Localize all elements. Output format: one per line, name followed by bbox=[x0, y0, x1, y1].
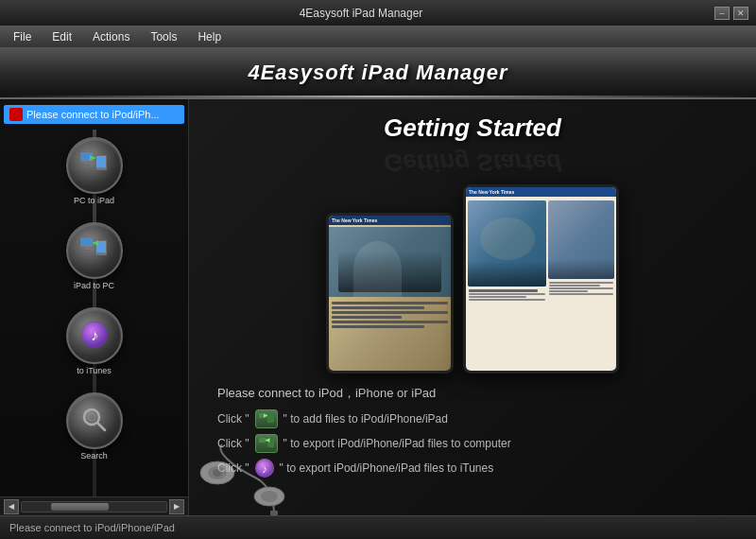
search-btn-icon bbox=[79, 405, 110, 438]
sidebar: Please connect to iPod/iPh... bbox=[0, 99, 189, 515]
app-header: 4Easysoft iPad Manager bbox=[0, 47, 756, 99]
add-files-icon bbox=[255, 409, 278, 428]
menu-file[interactable]: File bbox=[4, 28, 41, 45]
svg-rect-10 bbox=[82, 250, 90, 251]
svg-rect-6 bbox=[100, 170, 102, 171]
ipad-small: The New York Times bbox=[326, 213, 454, 374]
main-area: Please connect to iPod/iPh... bbox=[0, 99, 756, 515]
pc-to-ipad-button[interactable]: PC to iPad bbox=[66, 137, 123, 194]
sidebar-nav: PC to iPad bbox=[0, 130, 188, 496]
connect-message: Please connect to iPod，iPhone or iPad bbox=[217, 385, 728, 402]
svg-rect-2 bbox=[85, 162, 87, 165]
svg-rect-13 bbox=[100, 255, 102, 256]
ipad-large: The New York Times bbox=[463, 184, 619, 374]
pc-to-ipad-icon bbox=[79, 151, 110, 181]
menu-edit[interactable]: Edit bbox=[43, 28, 81, 45]
svg-rect-12 bbox=[96, 241, 106, 252]
getting-started-title: Getting Started bbox=[208, 113, 737, 143]
pc-to-ipad-label: PC to iPad bbox=[74, 196, 114, 205]
ipad-large-screen: The New York Times bbox=[466, 187, 616, 371]
title-bar: 4Easysoft iPad Manager – ✕ bbox=[0, 0, 756, 26]
window-controls: – ✕ bbox=[714, 7, 748, 20]
to-itunes-label: to iTunes bbox=[77, 366, 112, 375]
svg-rect-5 bbox=[96, 156, 106, 167]
ipad-to-pc-label: iPad to PC bbox=[74, 281, 114, 290]
svg-point-17 bbox=[88, 413, 95, 421]
svg-rect-1 bbox=[81, 153, 93, 161]
add-files-text: " to add files to iPod/iPhone/iPad bbox=[284, 412, 448, 426]
device-icon bbox=[9, 108, 23, 121]
ipad-small-header: The New York Times bbox=[329, 216, 451, 225]
device-status-label: Please connect to iPod/iPh... bbox=[4, 105, 184, 124]
svg-rect-8 bbox=[81, 238, 93, 246]
search-container: Search bbox=[66, 392, 123, 449]
scroll-thumb bbox=[51, 503, 109, 511]
status-text: Please connect to iPod/iPhone/iPad bbox=[9, 522, 175, 533]
svg-point-29 bbox=[261, 491, 278, 502]
ipads-illustration: The New York Times bbox=[208, 184, 737, 374]
menu-help[interactable]: Help bbox=[188, 28, 231, 45]
window-title: 4Easysoft iPad Manager bbox=[8, 7, 714, 20]
search-button[interactable]: Search bbox=[66, 392, 123, 449]
app-title: 4Easysoft iPad Manager bbox=[248, 61, 507, 85]
to-itunes-container: ♪ to iTunes bbox=[66, 307, 123, 364]
menu-bar: File Edit Actions Tools Help bbox=[0, 26, 756, 47]
ipad-to-pc-icon bbox=[79, 236, 110, 266]
ipad-to-pc-button[interactable]: iPad to PC bbox=[66, 222, 123, 279]
ipad-small-image bbox=[329, 227, 451, 297]
instruction-add-files: Click " " to add files to iPod/iPhone/iP bbox=[217, 409, 728, 428]
ipad-large-header: The New York Times bbox=[466, 187, 616, 197]
minimize-button[interactable]: – bbox=[714, 7, 730, 20]
pc-to-ipad-container: PC to iPad bbox=[66, 137, 123, 194]
ipad-to-pc-container: iPad to PC bbox=[66, 222, 123, 279]
svg-rect-30 bbox=[270, 511, 278, 515]
scroll-track[interactable] bbox=[21, 501, 167, 513]
svg-rect-9 bbox=[85, 247, 87, 250]
search-label: Search bbox=[80, 451, 108, 461]
ipad-small-screen: The New York Times bbox=[329, 216, 451, 371]
svg-rect-20 bbox=[267, 415, 274, 423]
getting-started-section: Getting Started bbox=[208, 113, 737, 143]
device-label-text: Please connect to iPod/iPh... bbox=[26, 109, 160, 120]
sidebar-scrollbar: ◀ ▶ bbox=[0, 496, 188, 515]
svg-rect-19 bbox=[259, 413, 266, 418]
svg-point-27 bbox=[213, 469, 222, 477]
earphone-decoration bbox=[198, 440, 350, 515]
menu-actions[interactable]: Actions bbox=[83, 28, 139, 45]
scroll-right-arrow[interactable]: ▶ bbox=[169, 499, 184, 514]
status-bar: Please connect to iPod/iPhone/iPad bbox=[0, 515, 756, 539]
svg-text:♪: ♪ bbox=[91, 327, 98, 343]
close-button[interactable]: ✕ bbox=[733, 7, 748, 20]
svg-rect-3 bbox=[82, 165, 90, 165]
ipad-small-text bbox=[329, 297, 451, 333]
to-itunes-icon: ♪ bbox=[79, 320, 110, 353]
content-area: Getting Started Getting Started The New … bbox=[189, 99, 756, 515]
scroll-left-arrow[interactable]: ◀ bbox=[4, 499, 19, 514]
menu-tools[interactable]: Tools bbox=[141, 28, 186, 45]
to-itunes-button[interactable]: ♪ to iTunes bbox=[66, 307, 123, 364]
click-label-1: Click " bbox=[217, 412, 249, 426]
svg-line-18 bbox=[97, 423, 105, 430]
title-reflection: Getting Started bbox=[208, 148, 737, 177]
